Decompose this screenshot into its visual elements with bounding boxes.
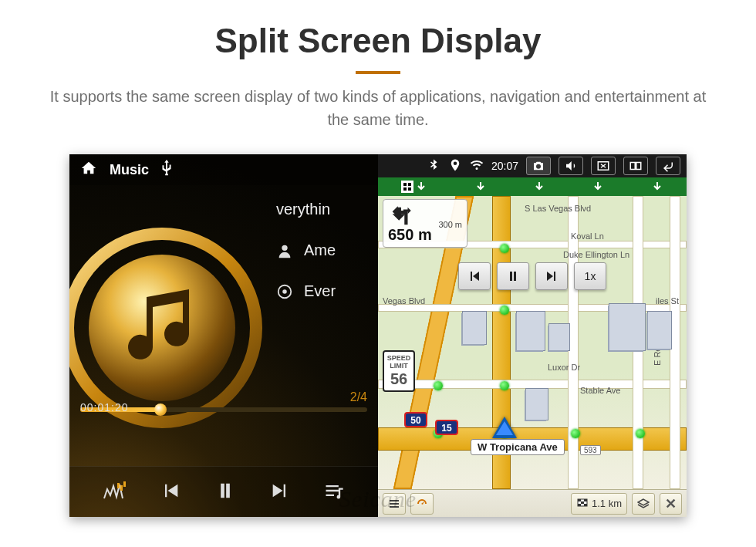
svg-rect-6 <box>120 485 123 491</box>
traffic-light-icon <box>500 306 509 315</box>
svg-rect-11 <box>401 181 413 193</box>
sim-speed-button[interactable]: 1x <box>574 262 606 290</box>
sim-prev-button[interactable] <box>458 262 491 290</box>
speed-limit-sign: SPEED LIMIT 56 <box>383 350 415 392</box>
speed-label: LIMIT <box>390 363 408 370</box>
svg-point-2 <box>282 245 287 250</box>
next-track-button[interactable] <box>269 480 291 505</box>
music-controls <box>69 466 378 517</box>
building <box>549 324 569 350</box>
album-row: Ever <box>276 282 378 300</box>
elapsed-time: 00:01:20 <box>80 401 129 414</box>
svg-point-4 <box>282 289 287 294</box>
layers-button[interactable] <box>632 493 655 515</box>
track-title-row: verythin <box>276 201 378 218</box>
home-icon[interactable] <box>80 160 97 181</box>
traffic-light-icon <box>571 429 580 438</box>
traffic-light-icon <box>636 429 645 438</box>
street-label: iles St <box>656 296 679 306</box>
prev-track-button[interactable] <box>160 480 181 505</box>
volume-button[interactable] <box>559 157 583 175</box>
artist-row: Ame <box>276 241 378 259</box>
close-app-button[interactable] <box>591 157 616 175</box>
system-status-bar: 20:07 <box>378 154 687 177</box>
svg-rect-7 <box>123 481 126 487</box>
building <box>526 389 548 420</box>
device-frame: Music <box>69 154 687 517</box>
street-label: Vegas Blvd <box>383 296 425 306</box>
track-meta: verythin Ame Ever <box>276 201 378 300</box>
traffic-light-icon <box>500 381 509 390</box>
page-subtitle: It supports the same screen display of t… <box>39 85 717 131</box>
disc-icon <box>276 283 293 300</box>
navigation-panel: 20:07 <box>378 154 687 517</box>
speed-value: 56 <box>390 370 407 387</box>
usb-icon[interactable] <box>161 160 172 181</box>
watermark: Seicane <box>339 486 417 512</box>
music-panel: Music <box>69 154 378 517</box>
route-shield: 15 <box>435 420 458 435</box>
wifi-icon <box>470 158 484 174</box>
close-route-button[interactable]: ✕ <box>660 493 682 515</box>
traffic-light-icon <box>434 381 443 390</box>
svg-rect-10 <box>636 163 641 170</box>
pause-button[interactable] <box>214 480 236 505</box>
street-label: Stable Ave <box>580 386 620 395</box>
screenshot-button[interactable] <box>526 157 551 175</box>
address-pin: 593 <box>580 445 601 455</box>
route-shield: 50 <box>404 412 427 427</box>
track-title: verythin <box>276 201 330 218</box>
bluetooth-icon <box>427 158 440 174</box>
album-name: Ever <box>304 282 336 300</box>
sim-pause-button[interactable] <box>497 262 529 290</box>
street-label: Duke Ellington Ln <box>563 250 629 259</box>
street-label: Luxor Dr <box>548 363 580 372</box>
music-app-label: Music <box>110 162 149 178</box>
person-icon <box>276 242 293 259</box>
street-label: S Las Vegas Blvd <box>525 204 591 213</box>
split-screen-button[interactable] <box>623 157 648 175</box>
building <box>648 312 671 349</box>
remaining-distance: 1.1 km <box>592 498 622 509</box>
vehicle-cursor <box>492 417 517 438</box>
music-topbar: Music <box>69 154 378 185</box>
clock-time: 20:07 <box>491 160 518 172</box>
download-strip <box>378 177 687 196</box>
nav-bottom-bar: 1.1 km ✕ <box>378 489 687 517</box>
equalizer-icon[interactable] <box>103 480 127 505</box>
traffic-light-icon <box>500 244 509 253</box>
street-label: Koval Ln <box>571 231 604 241</box>
sim-next-button[interactable] <box>535 262 568 290</box>
building <box>609 304 645 350</box>
page-title: Split Screen Display <box>0 22 756 60</box>
road <box>670 196 680 489</box>
current-road-label: W Tropicana Ave <box>471 439 565 455</box>
svg-rect-9 <box>630 163 635 170</box>
progress-section: 2/4 00:01:20 <box>80 390 367 412</box>
route-flag-button[interactable]: 1.1 km <box>571 493 627 515</box>
turn-panel: 300 m 650 m <box>383 199 467 248</box>
svg-rect-5 <box>117 483 120 488</box>
svg-point-1 <box>89 255 235 401</box>
title-underline <box>356 71 400 74</box>
sim-controls: 1x <box>378 262 687 290</box>
building <box>463 312 486 344</box>
turn-left-icon <box>388 203 414 229</box>
music-body: verythin Ame Ever 2/4 <box>69 185 378 466</box>
location-icon <box>448 158 462 174</box>
back-button[interactable] <box>656 157 680 175</box>
artist-name: Ame <box>304 241 336 259</box>
building <box>517 312 545 350</box>
map-canvas[interactable]: S Las Vegas Blvd Koval Ln Duke Ellington… <box>378 196 687 489</box>
turn-distance-now: 650 m <box>388 226 462 244</box>
